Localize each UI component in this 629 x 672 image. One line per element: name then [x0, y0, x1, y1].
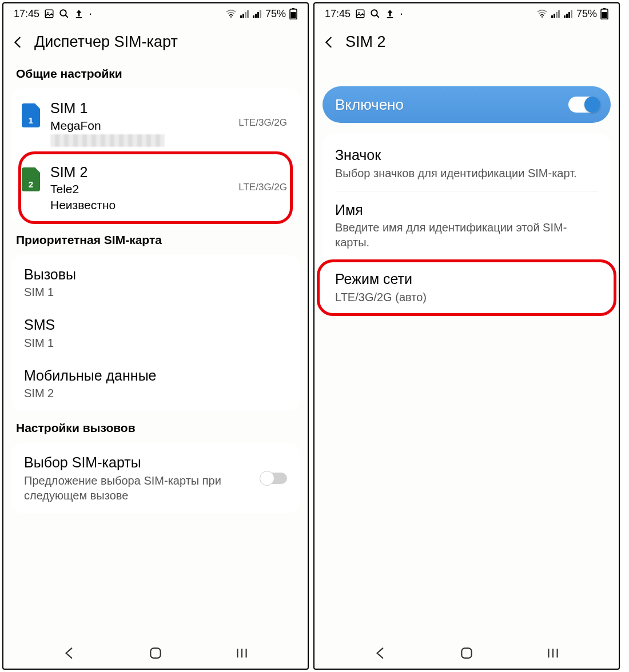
svg-rect-38 — [461, 648, 471, 658]
search-icon — [370, 9, 380, 19]
enabled-label: Включено — [335, 96, 404, 114]
svg-rect-17 — [150, 648, 160, 658]
svg-rect-16 — [291, 12, 296, 19]
svg-rect-8 — [245, 12, 246, 18]
sim2-icon: 2 — [22, 167, 40, 191]
section-call-settings: Настройки вызовов — [3, 417, 308, 443]
sim-select-title: Выбор SIM-карты — [24, 453, 287, 472]
svg-point-5 — [230, 16, 232, 17]
sim-select-sub: Предложение выбора SIM-карты при следующ… — [24, 473, 287, 503]
svg-rect-4 — [76, 17, 82, 18]
sim-cards-card: 1 SIM 1 MegaFon LTE/3G/2G 2 SIM 2 Tele2 … — [11, 89, 300, 223]
svg-rect-6 — [240, 15, 242, 18]
page-title: Диспетчер SIM-карт — [34, 33, 178, 51]
sim2-mode: LTE/3G/2G — [238, 182, 287, 193]
svg-rect-34 — [571, 10, 572, 18]
network-title: Режим сети — [335, 270, 598, 289]
battery-percent: 75% — [265, 8, 286, 20]
dot-icon: · — [89, 7, 92, 20]
data-sub: SIM 2 — [24, 386, 287, 401]
svg-rect-31 — [564, 15, 566, 18]
sim-select-toggle[interactable] — [260, 471, 287, 486]
nav-back[interactable] — [357, 643, 403, 663]
dot-icon: · — [400, 7, 403, 20]
nav-recents[interactable] — [219, 643, 265, 663]
svg-line-24 — [376, 15, 379, 18]
network-sub: LTE/3G/2G (авто) — [335, 290, 598, 305]
wifi-icon — [536, 9, 548, 18]
sim2-name: SIM 2 — [50, 163, 289, 182]
svg-rect-7 — [242, 14, 244, 18]
svg-rect-33 — [568, 12, 570, 18]
back-button[interactable] — [10, 35, 25, 50]
battery-percent: 75% — [576, 8, 597, 20]
signal1-icon — [240, 10, 249, 18]
priority-card: Вызовы SIM 1 SMS SIM 1 Мобильные данные … — [11, 255, 300, 411]
nav-back[interactable] — [46, 643, 92, 663]
sim1-mode: LTE/3G/2G — [238, 117, 287, 129]
nav-home[interactable] — [133, 643, 178, 663]
svg-point-22 — [359, 12, 360, 13]
header: SIM 2 — [314, 24, 619, 62]
svg-rect-12 — [257, 12, 259, 18]
signal2-icon — [564, 10, 573, 18]
svg-rect-30 — [558, 10, 560, 18]
sms-row[interactable]: SMS SIM 1 — [11, 307, 300, 358]
status-time: 17:45 — [14, 8, 39, 20]
svg-rect-13 — [260, 10, 261, 18]
sim1-name: SIM 1 — [50, 99, 289, 118]
signal1-icon — [551, 10, 560, 18]
svg-point-23 — [371, 10, 377, 16]
name-sub: Введите имя для идентификации этой SIM-к… — [335, 220, 598, 250]
signal2-icon — [253, 10, 262, 18]
sim-settings-card: Значок Выбор значков для идентификации S… — [323, 133, 611, 318]
data-row[interactable]: Мобильные данные SIM 2 — [11, 358, 300, 409]
status-bar: 17:45 · 75% — [314, 3, 619, 24]
icon-row[interactable]: Значок Выбор значков для идентификации S… — [323, 137, 611, 191]
sim1-row[interactable]: 1 SIM 1 MegaFon LTE/3G/2G — [11, 91, 300, 155]
calls-sub: SIM 1 — [24, 285, 287, 299]
nav-home[interactable] — [444, 643, 489, 663]
calls-title: Вызовы — [24, 265, 287, 284]
network-mode-row[interactable]: Режим сети LTE/3G/2G (авто) — [323, 261, 611, 315]
data-title: Мобильные данные — [24, 366, 287, 385]
back-button[interactable] — [321, 35, 336, 50]
sim1-icon: 1 — [22, 103, 40, 127]
svg-rect-37 — [602, 12, 607, 19]
status-time: 17:45 — [325, 8, 351, 20]
battery-icon — [289, 8, 297, 19]
wifi-icon — [225, 9, 237, 18]
header: Диспетчер SIM-карт — [3, 24, 308, 62]
call-settings-card: Выбор SIM-карты Предложение выбора SIM-к… — [11, 443, 300, 513]
svg-point-1 — [47, 12, 49, 13]
sim-select-row[interactable]: Выбор SIM-карты Предложение выбора SIM-к… — [11, 445, 300, 511]
search-icon — [59, 9, 69, 19]
svg-rect-36 — [603, 8, 606, 9]
name-title: Имя — [335, 201, 598, 219]
svg-point-26 — [542, 16, 543, 17]
page-title: SIM 2 — [345, 33, 386, 51]
sim2-row[interactable]: 2 SIM 2 Tele2 Неизвестно LTE/3G/2G — [11, 155, 300, 221]
svg-rect-32 — [566, 14, 568, 18]
upload-icon — [385, 9, 395, 19]
nav-recents[interactable] — [530, 643, 576, 663]
svg-rect-11 — [255, 14, 257, 18]
enabled-toggle-row[interactable]: Включено — [323, 86, 611, 123]
enabled-switch[interactable] — [568, 96, 600, 113]
upload-icon — [74, 9, 84, 19]
svg-rect-10 — [253, 15, 254, 18]
svg-point-2 — [60, 10, 66, 16]
svg-rect-15 — [292, 8, 294, 9]
sms-sub: SIM 1 — [24, 335, 287, 350]
section-general: Общие настройки — [3, 62, 308, 89]
name-row[interactable]: Имя Введите имя для идентификации этой S… — [323, 191, 611, 261]
calls-row[interactable]: Вызовы SIM 1 — [11, 257, 300, 308]
sim2-status: Неизвестно — [50, 197, 289, 213]
image-icon — [355, 9, 365, 19]
status-bar: 17:45 · 75% — [3, 3, 308, 24]
svg-rect-29 — [556, 12, 558, 18]
nav-bar — [3, 638, 308, 669]
svg-rect-9 — [247, 10, 249, 18]
phone-right: 17:45 · 75% — [313, 2, 620, 670]
svg-rect-27 — [551, 15, 553, 18]
